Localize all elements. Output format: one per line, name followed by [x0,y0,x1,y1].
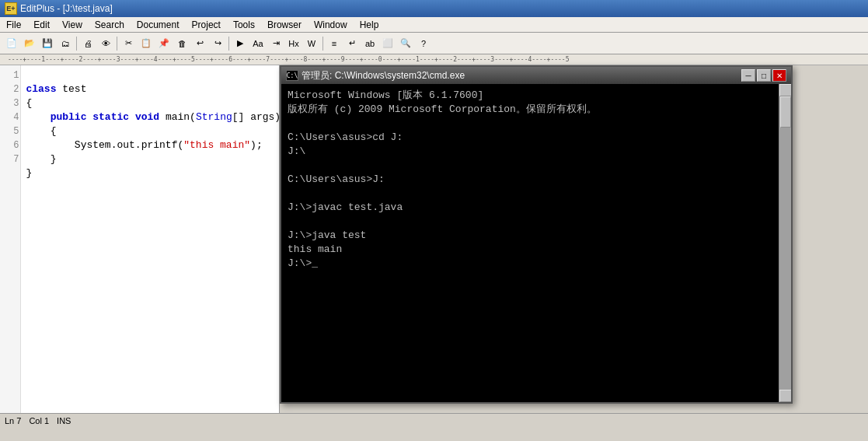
menu-file[interactable]: File [0,17,27,32]
line-num-2: 2 [2,82,19,96]
cmd-line-2: 版权所有 (c) 2009 Microsoft Corporation。保留所有… [288,103,785,117]
status-ins: INS [57,416,71,425]
menu-document[interactable]: Document [131,17,186,32]
toggle-button[interactable]: ≡ [326,35,343,52]
menu-project[interactable]: Project [186,17,227,32]
zoom-button[interactable]: 🔍 [397,35,414,52]
cmd-title-text: 管理员: C:\Windows\system32\cmd.exe [302,69,738,82]
status-line: Ln 7 [5,416,21,425]
print-button[interactable]: 🖨 [79,35,96,52]
cmd-icon: C:\ [286,70,298,81]
menu-search[interactable]: Search [89,17,131,32]
scroll-down-button[interactable]: ▼ [779,390,792,402]
tb-sep-2 [117,37,117,51]
line-num-3: 3 [2,96,19,110]
tb-sep-4 [322,37,323,51]
cmd-line-12: this main [288,243,785,257]
run-button[interactable]: ▶ [232,35,249,52]
cmd-maximize-button[interactable]: □ [757,69,771,82]
cmd-line-8 [288,187,785,201]
indent-button[interactable]: ⇥ [267,35,284,52]
scroll-track[interactable] [779,96,791,390]
toolbar: 📄 📂 💾 🗂 🖨 👁 ✂ 📋 📌 🗑 ↩ ↪ ▶ Aa ⇥ Hx W ≡ ↵ … [0,33,868,54]
editor[interactable]: 1 2 3 4 5 6 7 class test { public static… [0,65,280,427]
tb-sep-1 [76,37,77,51]
status-bar: Ln 7 Col 1 INS [0,413,868,427]
replace-button[interactable]: W [303,35,320,52]
open-button[interactable]: 📂 [21,35,38,52]
cmd-close-button[interactable]: ✕ [772,69,786,82]
line-num-1: 1 [2,68,19,82]
tb-sep-3 [228,37,229,51]
menu-window[interactable]: Window [308,17,354,32]
app-icon: E+ [5,2,17,15]
cmd-scrollbar[interactable]: ▲ ▼ [779,84,791,402]
cut-button[interactable]: ✂ [120,35,137,52]
cmd-line-9: J:\>javac test.java [288,201,785,215]
line-num-5: 5 [2,124,19,138]
cmd-line-6 [288,159,785,173]
cmd-window: C:\ 管理员: C:\Windows\system32\cmd.exe ─ □… [280,65,793,404]
status-col: Col 1 [29,416,49,425]
preview-button[interactable]: 👁 [97,35,114,52]
menu-edit[interactable]: Edit [27,17,56,32]
scroll-thumb[interactable] [780,96,791,128]
new-button[interactable]: 📄 [3,35,20,52]
line-num-4: 4 [2,110,19,124]
menu-bar: File Edit View Search Document Project T… [0,17,868,33]
menu-tools[interactable]: Tools [227,17,261,32]
title-bar: E+ EditPlus - [J:\test.java] [0,0,868,17]
line-numbers: 1 2 3 4 5 6 7 [0,65,21,427]
cmd-line-11: J:\>java test [288,229,785,243]
line-num-6: 6 [2,138,19,152]
paste-button[interactable]: 📌 [155,35,173,52]
wrap-button[interactable]: ↵ [343,35,361,52]
cmd-titlebar: C:\ 管理员: C:\Windows\system32\cmd.exe ─ □… [281,67,791,84]
fullscreen-button[interactable]: ⬜ [379,35,396,52]
cmd-controls: ─ □ ✕ [741,69,786,82]
redo-button[interactable]: ↪ [209,35,226,52]
code-area[interactable]: class test { public static void main(Str… [21,65,279,427]
cmd-line-10 [288,215,785,229]
undo-button[interactable]: ↩ [191,35,208,52]
main-content: 1 2 3 4 5 6 7 class test { public static… [0,65,868,427]
cmd-cursor: _ [312,257,318,269]
cmd-line-3 [288,117,785,131]
spacer-btn[interactable]: ab [361,35,378,52]
delete-button[interactable]: 🗑 [173,35,190,52]
scroll-up-button[interactable]: ▲ [779,84,792,96]
search-button[interactable]: Hx [285,35,302,52]
cmd-line-5: J:\ [288,145,785,159]
ruler: ----+----1----+----2----+----3----+----4… [0,54,868,65]
menu-help[interactable]: Help [354,17,385,32]
cmd-line-13: J:\>_ [288,257,785,271]
cmd-body[interactable]: Microsoft Windows [版本 6.1.7600] 版权所有 (c)… [281,84,791,402]
copy-button[interactable]: 📋 [138,35,155,52]
line-num-7: 7 [2,152,19,166]
cmd-line-7: C:\Users\asus>J: [288,173,785,187]
menu-view[interactable]: View [56,17,89,32]
cmd-minimize-button[interactable]: ─ [741,69,755,82]
format-button[interactable]: Aa [249,35,267,52]
cmd-line-4: C:\Users\asus>cd J: [288,131,785,145]
title-text: EditPlus - [J:\test.java] [20,3,113,14]
save-button[interactable]: 💾 [39,35,56,52]
menu-browser[interactable]: Browser [261,17,308,32]
save-all-button[interactable]: 🗂 [57,35,74,52]
help-icon-button[interactable]: ? [415,35,432,52]
ruler-text: ----+----1----+----2----+----3----+----4… [8,56,569,63]
cmd-line-1: Microsoft Windows [版本 6.1.7600] [288,89,785,103]
